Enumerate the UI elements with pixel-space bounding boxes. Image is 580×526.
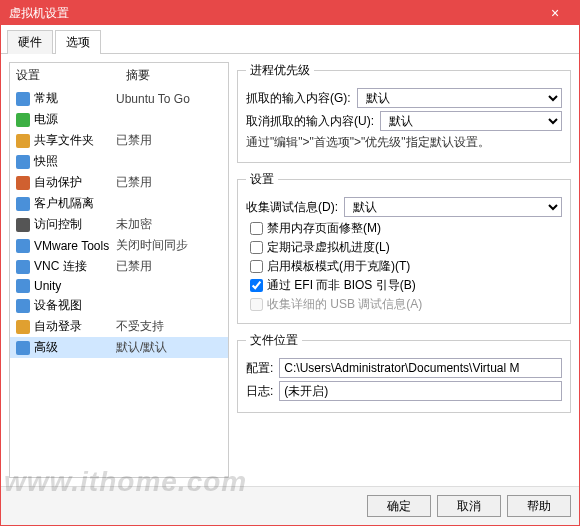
item-name: Unity (34, 279, 61, 293)
item-name: 设备视图 (34, 297, 82, 314)
list-item[interactable]: 访问控制未加密 (10, 214, 228, 235)
cb-usbdebug: 收集详细的 USB 调试信息(A) (250, 296, 562, 313)
item-icon (16, 341, 30, 355)
titlebar: 虚拟机设置 × (1, 1, 579, 25)
select-debug[interactable]: 默认 (344, 197, 562, 217)
list-item[interactable]: VMware Tools关闭时间同步 (10, 235, 228, 256)
item-icon (16, 155, 30, 169)
item-icon (16, 92, 30, 106)
list-item[interactable]: 客户机隔离 (10, 193, 228, 214)
item-name: 高级 (34, 339, 58, 356)
label-log: 日志: (246, 383, 273, 400)
group-fileloc: 文件位置 配置: 日志: (237, 332, 571, 413)
footer: 确定 取消 帮助 (1, 486, 579, 525)
item-name: 快照 (34, 153, 58, 170)
legend-fileloc: 文件位置 (246, 332, 302, 349)
list-item[interactable]: 自动登录不受支持 (10, 316, 228, 337)
list-item[interactable]: VNC 连接已禁用 (10, 256, 228, 277)
label-grabbed: 抓取的输入内容(G): (246, 90, 351, 107)
item-name: 共享文件夹 (34, 132, 94, 149)
label-ungrabbed: 取消抓取的输入内容(U): (246, 113, 374, 130)
item-icon (16, 197, 30, 211)
legend-priority: 进程优先级 (246, 62, 314, 79)
item-icon (16, 134, 30, 148)
list-item[interactable]: 高级默认/默认 (10, 337, 228, 358)
list-header: 设置 摘要 (10, 63, 228, 88)
label-config: 配置: (246, 360, 273, 377)
item-name: 自动登录 (34, 318, 82, 335)
window-title: 虚拟机设置 (9, 5, 69, 22)
item-name: VMware Tools (34, 239, 109, 253)
col-setting: 设置 (16, 67, 126, 84)
col-summary: 摘要 (126, 67, 150, 84)
input-config[interactable] (279, 358, 562, 378)
item-summary: 已禁用 (116, 132, 152, 149)
select-ungrabbed[interactable]: 默认 (380, 111, 562, 131)
cancel-button[interactable]: 取消 (437, 495, 501, 517)
cb-efi[interactable]: 通过 EFI 而非 BIOS 引导(B) (250, 277, 562, 294)
select-grabbed[interactable]: 默认 (357, 88, 562, 108)
item-icon (16, 320, 30, 334)
item-name: VNC 连接 (34, 258, 87, 275)
item-summary: 关闭时间同步 (116, 237, 188, 254)
settings-list: 设置 摘要 常规Ubuntu To Go电源共享文件夹已禁用快照自动保护已禁用客… (9, 62, 229, 478)
item-icon (16, 299, 30, 313)
item-icon (16, 113, 30, 127)
item-summary: 已禁用 (116, 258, 152, 275)
label-debug: 收集调试信息(D): (246, 199, 338, 216)
item-name: 电源 (34, 111, 58, 128)
cb-memtrim[interactable]: 禁用内存页面修整(M) (250, 220, 562, 237)
item-icon (16, 218, 30, 232)
item-name: 客户机隔离 (34, 195, 94, 212)
list-item[interactable]: 自动保护已禁用 (10, 172, 228, 193)
list-item[interactable]: Unity (10, 277, 228, 295)
tab-hardware[interactable]: 硬件 (7, 30, 53, 54)
item-name: 访问控制 (34, 216, 82, 233)
priority-hint: 通过"编辑">"首选项">"优先级"指定默认设置。 (246, 134, 490, 151)
list-item[interactable]: 共享文件夹已禁用 (10, 130, 228, 151)
legend-settings: 设置 (246, 171, 278, 188)
cb-logprogress[interactable]: 定期记录虚拟机进度(L) (250, 239, 562, 256)
list-item[interactable]: 常规Ubuntu To Go (10, 88, 228, 109)
item-icon (16, 239, 30, 253)
list-item[interactable]: 设备视图 (10, 295, 228, 316)
list-item[interactable]: 快照 (10, 151, 228, 172)
cb-template[interactable]: 启用模板模式(用于克隆)(T) (250, 258, 562, 275)
item-summary: 已禁用 (116, 174, 152, 191)
ok-button[interactable]: 确定 (367, 495, 431, 517)
tab-options[interactable]: 选项 (55, 30, 101, 54)
item-name: 常规 (34, 90, 58, 107)
item-icon (16, 279, 30, 293)
group-settings: 设置 收集调试信息(D): 默认 禁用内存页面修整(M) 定期记录虚拟机进度(L… (237, 171, 571, 324)
item-icon (16, 176, 30, 190)
item-summary: 默认/默认 (116, 339, 167, 356)
tab-bar: 硬件 选项 (1, 25, 579, 54)
item-summary: 未加密 (116, 216, 152, 233)
group-priority: 进程优先级 抓取的输入内容(G): 默认 取消抓取的输入内容(U): 默认 通过… (237, 62, 571, 163)
list-item[interactable]: 电源 (10, 109, 228, 130)
item-summary: 不受支持 (116, 318, 164, 335)
help-button[interactable]: 帮助 (507, 495, 571, 517)
close-icon[interactable]: × (539, 5, 571, 21)
item-name: 自动保护 (34, 174, 82, 191)
item-summary: Ubuntu To Go (116, 92, 190, 106)
input-log[interactable] (279, 381, 562, 401)
item-icon (16, 260, 30, 274)
